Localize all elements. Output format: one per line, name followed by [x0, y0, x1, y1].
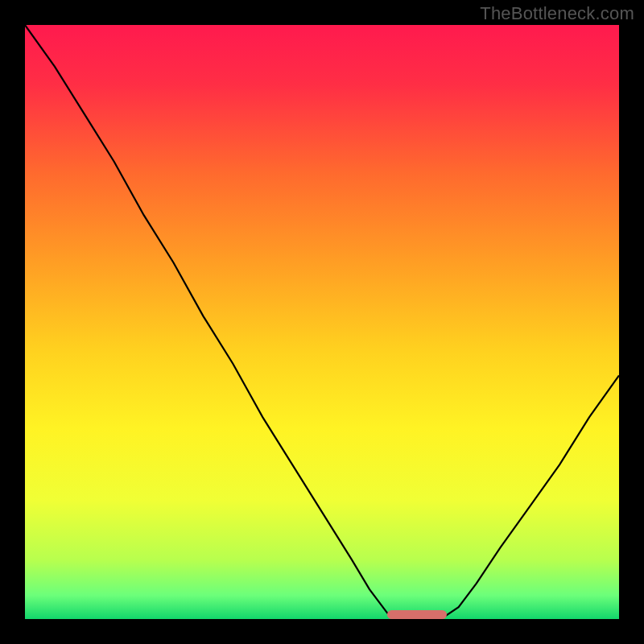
- bottleneck-curve: [25, 25, 619, 619]
- chart-canvas: TheBottleneck.com: [0, 0, 644, 644]
- watermark-text: TheBottleneck.com: [480, 3, 634, 24]
- optimal-plateau-marker: [387, 610, 447, 619]
- plot-area: [25, 25, 619, 619]
